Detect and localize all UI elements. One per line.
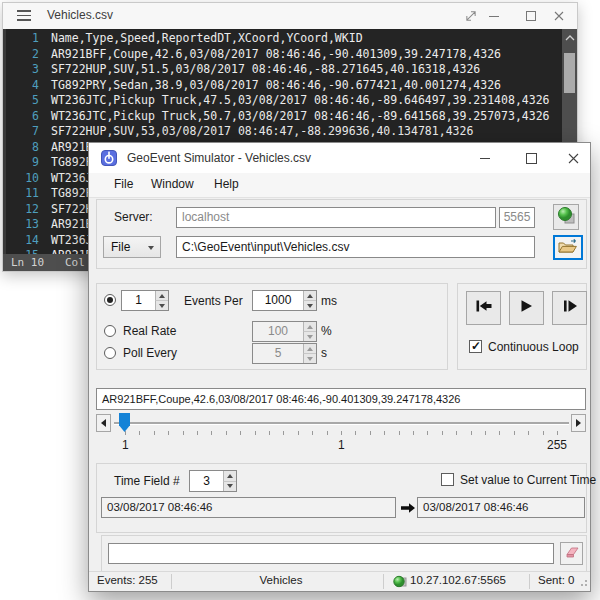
slider-left-button[interactable] [96, 414, 111, 432]
desktop: Vehicles.csv 1Name,Type,Speed,ReportedDT… [0, 0, 600, 600]
events-per-radio[interactable] [104, 294, 116, 306]
connect-button[interactable] [553, 204, 579, 230]
simulator-statusbar: Events: 255 Vehicles 10.27.102.67:5565 S… [89, 571, 590, 591]
slider-right-button[interactable] [571, 414, 586, 432]
editor-titlebar[interactable]: Vehicles.csv [3, 3, 577, 29]
time-field-spinner[interactable]: 3 [189, 470, 237, 492]
source-type-dropdown[interactable]: File [103, 236, 161, 258]
set-current-time-label: Set value to Current Time [460, 473, 596, 487]
continuous-loop-checkbox[interactable] [469, 340, 482, 353]
open-folder-icon [558, 238, 578, 258]
cursor-col-indicator: Col [65, 254, 85, 271]
hamburger-menu-icon[interactable] [17, 10, 31, 24]
chevron-down-icon [148, 246, 154, 250]
menu-bar: File Window Help [89, 173, 590, 198]
cursor-line-indicator: Ln 10 [11, 254, 44, 271]
connection-status-icon [557, 206, 575, 228]
statusbar-separator [383, 574, 384, 589]
slider-current-label: 1 [338, 438, 345, 452]
poll-every-label: Poll Every [123, 346, 177, 360]
server-port-input[interactable]: 5565 [499, 207, 535, 228]
clear-button[interactable] [560, 542, 583, 565]
spin-down-icon[interactable] [303, 353, 316, 363]
statusbar-separator [171, 574, 172, 589]
file-path-input[interactable]: C:\GeoEvent\input\Vehicles.csv [176, 236, 535, 258]
real-rate-spinner[interactable]: 100 [252, 321, 317, 342]
status-connection-icon [393, 575, 407, 590]
spin-down-icon[interactable] [223, 481, 236, 492]
step-forward-icon [562, 299, 578, 317]
interval-spinner[interactable]: 1000 [252, 290, 317, 311]
event-preview-field: AR921BFF,Coupe,42.6,03/08/2017 08:46:46,… [96, 388, 586, 410]
time-from-field: 03/08/2017 08:46:46 [101, 497, 396, 518]
spin-up-icon[interactable] [223, 471, 236, 481]
source-type-value: File [111, 240, 130, 254]
slider-right-icon [576, 419, 581, 427]
menu-file[interactable]: File [112, 177, 135, 191]
poll-unit-label: s [321, 346, 327, 360]
skip-to-start-icon [475, 299, 493, 317]
play-button[interactable] [509, 291, 544, 325]
app-icon [101, 150, 117, 170]
scrollbar-thumb[interactable] [564, 53, 575, 93]
spin-down-icon[interactable] [303, 300, 316, 310]
feed-name: Vehicles [221, 574, 341, 586]
slider-thumb[interactable] [119, 413, 130, 432]
spin-down-icon[interactable] [303, 331, 316, 341]
resize-grip[interactable] [578, 577, 588, 589]
statusbar-separator [529, 574, 530, 589]
maximize-icon[interactable] [515, 143, 547, 173]
set-current-time-checkbox[interactable] [441, 473, 454, 486]
spin-up-icon[interactable] [303, 322, 316, 331]
spin-up-icon[interactable] [155, 291, 168, 300]
slider-ticks [125, 431, 561, 435]
menu-help[interactable]: Help [212, 177, 241, 191]
spin-up-icon[interactable] [303, 344, 316, 353]
slider-max-label: 255 [547, 438, 567, 452]
slider-track[interactable] [114, 422, 569, 425]
play-icon [519, 299, 534, 317]
close-icon[interactable] [557, 143, 589, 173]
endpoint-address: 10.27.102.67:5565 [410, 574, 506, 586]
maximize-icon[interactable] [518, 3, 544, 29]
minimize-icon[interactable] [481, 3, 507, 29]
slider-min-label: 1 [122, 438, 129, 452]
open-file-button[interactable] [553, 235, 583, 260]
events-per-label: Events Per [184, 294, 243, 308]
events-count: Events: 255 [97, 574, 158, 586]
real-rate-radio[interactable] [104, 325, 116, 337]
window-title: GeoEvent Simulator - Vehicles.csv [127, 151, 311, 165]
menu-window[interactable]: Window [149, 177, 196, 191]
step-forward-button[interactable] [552, 291, 587, 325]
editor-title: Vehicles.csv [47, 8, 113, 22]
slider-left-icon [101, 419, 106, 427]
simulator-window: GeoEvent Simulator - Vehicles.csv File W… [88, 142, 591, 592]
server-label: Server: [114, 210, 153, 224]
spin-down-icon[interactable] [155, 300, 168, 310]
progress-field [108, 543, 554, 564]
sent-count: Sent: 0 [538, 574, 574, 586]
events-count-spinner[interactable]: 1 [121, 290, 169, 311]
simulator-titlebar[interactable]: GeoEvent Simulator - Vehicles.csv [89, 143, 590, 173]
poll-spinner[interactable]: 5 [252, 343, 317, 364]
close-icon[interactable] [546, 3, 572, 29]
arrow-right-icon [400, 500, 416, 518]
skip-to-start-button[interactable] [466, 291, 501, 325]
continuous-loop-label: Continuous Loop [488, 340, 579, 354]
real-rate-unit-label: % [321, 324, 332, 338]
eraser-icon [563, 545, 580, 563]
minimize-icon[interactable] [469, 143, 501, 173]
spin-up-icon[interactable] [303, 291, 316, 300]
server-host-input[interactable]: localhost [176, 207, 496, 228]
poll-every-radio[interactable] [104, 347, 116, 359]
time-to-field: 03/08/2017 08:46:46 [417, 497, 585, 518]
time-field-label: Time Field # [114, 474, 180, 488]
real-rate-label: Real Rate [123, 324, 176, 338]
scrollbar-up-icon[interactable] [562, 33, 577, 45]
interval-unit-label: ms [321, 294, 337, 308]
